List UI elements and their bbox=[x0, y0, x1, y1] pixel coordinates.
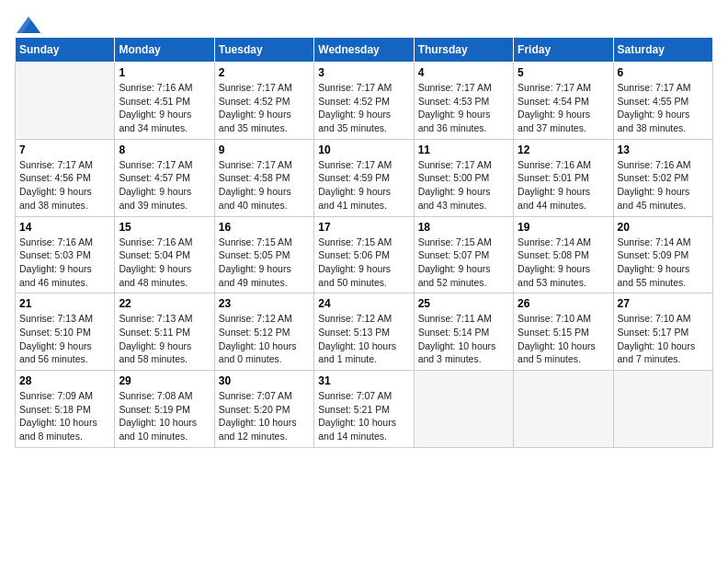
calendar-cell: 18Sunrise: 7:15 AM Sunset: 5:07 PM Dayli… bbox=[414, 216, 513, 293]
calendar-cell: 8Sunrise: 7:17 AM Sunset: 4:57 PM Daylig… bbox=[115, 139, 214, 216]
day-number: 11 bbox=[418, 144, 509, 156]
calendar-cell: 5Sunrise: 7:17 AM Sunset: 4:54 PM Daylig… bbox=[514, 63, 613, 140]
calendar-cell: 20Sunrise: 7:14 AM Sunset: 5:09 PM Dayli… bbox=[613, 216, 712, 293]
logo bbox=[15, 15, 40, 29]
calendar-cell: 27Sunrise: 7:10 AM Sunset: 5:17 PM Dayli… bbox=[613, 293, 712, 371]
cell-detail: Sunrise: 7:17 AM Sunset: 4:54 PM Dayligh… bbox=[518, 81, 609, 135]
weekday-header-monday: Monday bbox=[115, 38, 214, 63]
day-number: 15 bbox=[119, 221, 210, 234]
cell-detail: Sunrise: 7:10 AM Sunset: 5:15 PM Dayligh… bbox=[518, 312, 609, 366]
day-number: 23 bbox=[219, 297, 310, 310]
day-number: 25 bbox=[418, 297, 509, 310]
cell-detail: Sunrise: 7:15 AM Sunset: 5:06 PM Dayligh… bbox=[318, 236, 409, 290]
day-number: 1 bbox=[119, 66, 210, 79]
cell-detail: Sunrise: 7:14 AM Sunset: 5:09 PM Dayligh… bbox=[618, 236, 709, 290]
day-number: 29 bbox=[119, 374, 210, 387]
calendar-cell: 7Sunrise: 7:17 AM Sunset: 4:56 PM Daylig… bbox=[16, 139, 115, 216]
cell-detail: Sunrise: 7:17 AM Sunset: 4:53 PM Dayligh… bbox=[418, 81, 509, 135]
cell-detail: Sunrise: 7:07 AM Sunset: 5:20 PM Dayligh… bbox=[219, 389, 310, 443]
calendar-cell: 13Sunrise: 7:16 AM Sunset: 5:02 PM Dayli… bbox=[613, 139, 712, 216]
day-number: 24 bbox=[318, 297, 409, 310]
cell-detail: Sunrise: 7:12 AM Sunset: 5:13 PM Dayligh… bbox=[318, 312, 409, 366]
calendar-cell: 17Sunrise: 7:15 AM Sunset: 5:06 PM Dayli… bbox=[314, 216, 414, 293]
day-number: 20 bbox=[618, 221, 709, 234]
day-number: 13 bbox=[618, 144, 709, 156]
calendar-cell: 11Sunrise: 7:17 AM Sunset: 5:00 PM Dayli… bbox=[414, 139, 513, 216]
day-number: 17 bbox=[318, 221, 409, 234]
calendar-cell: 9Sunrise: 7:17 AM Sunset: 4:58 PM Daylig… bbox=[214, 139, 313, 216]
day-number: 18 bbox=[418, 221, 509, 234]
calendar-cell bbox=[414, 371, 513, 448]
day-number: 12 bbox=[518, 144, 609, 156]
weekday-header-tuesday: Tuesday bbox=[214, 38, 313, 63]
day-number: 5 bbox=[518, 66, 609, 79]
page-header bbox=[15, 15, 713, 29]
cell-detail: Sunrise: 7:10 AM Sunset: 5:17 PM Dayligh… bbox=[618, 312, 709, 366]
weekday-header-sunday: Sunday bbox=[16, 38, 115, 63]
calendar-cell: 29Sunrise: 7:08 AM Sunset: 5:19 PM Dayli… bbox=[115, 371, 214, 448]
cell-detail: Sunrise: 7:09 AM Sunset: 5:18 PM Dayligh… bbox=[19, 389, 110, 443]
day-number: 22 bbox=[119, 297, 210, 310]
calendar-header-row: SundayMondayTuesdayWednesdayThursdayFrid… bbox=[16, 38, 713, 63]
calendar-table: SundayMondayTuesdayWednesdayThursdayFrid… bbox=[15, 37, 713, 448]
day-number: 2 bbox=[219, 66, 310, 79]
calendar-cell: 25Sunrise: 7:11 AM Sunset: 5:14 PM Dayli… bbox=[414, 293, 513, 371]
cell-detail: Sunrise: 7:16 AM Sunset: 4:51 PM Dayligh… bbox=[119, 81, 210, 135]
cell-detail: Sunrise: 7:16 AM Sunset: 5:04 PM Dayligh… bbox=[119, 236, 210, 290]
cell-detail: Sunrise: 7:12 AM Sunset: 5:12 PM Dayligh… bbox=[219, 312, 310, 366]
cell-detail: Sunrise: 7:13 AM Sunset: 5:11 PM Dayligh… bbox=[119, 312, 210, 366]
cell-detail: Sunrise: 7:17 AM Sunset: 4:58 PM Dayligh… bbox=[219, 158, 310, 213]
day-number: 9 bbox=[219, 144, 310, 156]
cell-detail: Sunrise: 7:15 AM Sunset: 5:05 PM Dayligh… bbox=[219, 236, 310, 290]
cell-detail: Sunrise: 7:17 AM Sunset: 4:52 PM Dayligh… bbox=[219, 81, 310, 135]
cell-detail: Sunrise: 7:17 AM Sunset: 4:55 PM Dayligh… bbox=[618, 81, 709, 135]
calendar-cell: 24Sunrise: 7:12 AM Sunset: 5:13 PM Dayli… bbox=[314, 293, 414, 371]
cell-detail: Sunrise: 7:15 AM Sunset: 5:07 PM Dayligh… bbox=[418, 236, 509, 290]
cell-detail: Sunrise: 7:16 AM Sunset: 5:01 PM Dayligh… bbox=[518, 158, 609, 213]
day-number: 6 bbox=[618, 66, 709, 79]
day-number: 27 bbox=[618, 297, 709, 310]
day-number: 10 bbox=[318, 144, 409, 156]
cell-detail: Sunrise: 7:17 AM Sunset: 4:52 PM Dayligh… bbox=[318, 81, 409, 135]
cell-detail: Sunrise: 7:13 AM Sunset: 5:10 PM Dayligh… bbox=[19, 312, 110, 366]
day-number: 31 bbox=[318, 374, 409, 387]
calendar-cell: 28Sunrise: 7:09 AM Sunset: 5:18 PM Dayli… bbox=[16, 371, 115, 448]
calendar-cell: 30Sunrise: 7:07 AM Sunset: 5:20 PM Dayli… bbox=[214, 371, 313, 448]
calendar-cell: 4Sunrise: 7:17 AM Sunset: 4:53 PM Daylig… bbox=[414, 63, 513, 140]
day-number: 21 bbox=[19, 297, 110, 310]
day-number: 19 bbox=[518, 221, 609, 234]
calendar-cell: 15Sunrise: 7:16 AM Sunset: 5:04 PM Dayli… bbox=[115, 216, 214, 293]
calendar-cell: 10Sunrise: 7:17 AM Sunset: 4:59 PM Dayli… bbox=[314, 139, 414, 216]
calendar-cell: 1Sunrise: 7:16 AM Sunset: 4:51 PM Daylig… bbox=[115, 63, 214, 140]
day-number: 8 bbox=[119, 144, 210, 156]
calendar-cell: 14Sunrise: 7:16 AM Sunset: 5:03 PM Dayli… bbox=[16, 216, 115, 293]
day-number: 14 bbox=[19, 221, 110, 234]
calendar-cell: 26Sunrise: 7:10 AM Sunset: 5:15 PM Dayli… bbox=[514, 293, 613, 371]
cell-detail: Sunrise: 7:16 AM Sunset: 5:02 PM Dayligh… bbox=[618, 158, 709, 213]
cell-detail: Sunrise: 7:07 AM Sunset: 5:21 PM Dayligh… bbox=[318, 389, 409, 443]
calendar-cell: 21Sunrise: 7:13 AM Sunset: 5:10 PM Dayli… bbox=[16, 293, 115, 371]
calendar-week-row: 21Sunrise: 7:13 AM Sunset: 5:10 PM Dayli… bbox=[16, 293, 713, 371]
cell-detail: Sunrise: 7:16 AM Sunset: 5:03 PM Dayligh… bbox=[19, 236, 110, 290]
day-number: 16 bbox=[219, 221, 310, 234]
day-number: 30 bbox=[219, 374, 310, 387]
day-number: 26 bbox=[518, 297, 609, 310]
calendar-cell: 19Sunrise: 7:14 AM Sunset: 5:08 PM Dayli… bbox=[514, 216, 613, 293]
calendar-week-row: 28Sunrise: 7:09 AM Sunset: 5:18 PM Dayli… bbox=[16, 371, 713, 448]
day-number: 3 bbox=[318, 66, 409, 79]
cell-detail: Sunrise: 7:08 AM Sunset: 5:19 PM Dayligh… bbox=[119, 389, 210, 443]
cell-detail: Sunrise: 7:17 AM Sunset: 4:56 PM Dayligh… bbox=[19, 158, 110, 213]
calendar-cell: 6Sunrise: 7:17 AM Sunset: 4:55 PM Daylig… bbox=[613, 63, 712, 140]
day-number: 28 bbox=[19, 374, 110, 387]
calendar-week-row: 7Sunrise: 7:17 AM Sunset: 4:56 PM Daylig… bbox=[16, 139, 713, 216]
cell-detail: Sunrise: 7:17 AM Sunset: 4:59 PM Dayligh… bbox=[318, 158, 409, 213]
calendar-cell: 3Sunrise: 7:17 AM Sunset: 4:52 PM Daylig… bbox=[314, 63, 414, 140]
calendar-cell bbox=[514, 371, 613, 448]
calendar-cell: 23Sunrise: 7:12 AM Sunset: 5:12 PM Dayli… bbox=[214, 293, 313, 371]
calendar-cell: 12Sunrise: 7:16 AM Sunset: 5:01 PM Dayli… bbox=[514, 139, 613, 216]
day-number: 7 bbox=[19, 144, 110, 156]
cell-detail: Sunrise: 7:14 AM Sunset: 5:08 PM Dayligh… bbox=[518, 236, 609, 290]
calendar-cell: 16Sunrise: 7:15 AM Sunset: 5:05 PM Dayli… bbox=[214, 216, 313, 293]
calendar-cell bbox=[16, 63, 115, 140]
calendar-week-row: 14Sunrise: 7:16 AM Sunset: 5:03 PM Dayli… bbox=[16, 216, 713, 293]
